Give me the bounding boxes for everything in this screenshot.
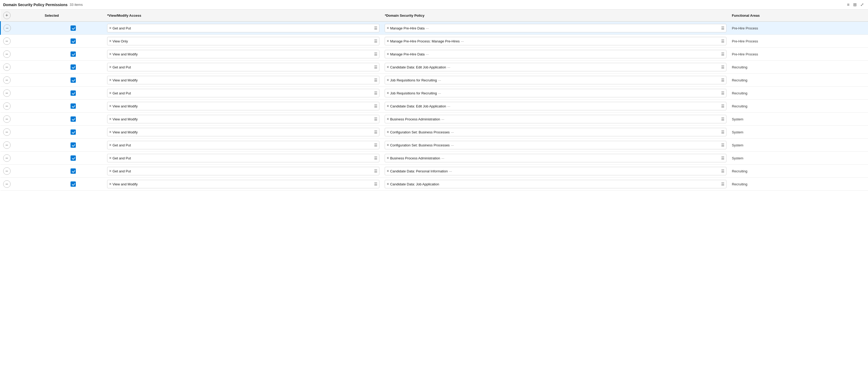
policy-list-icon[interactable]: ☰ (720, 130, 724, 134)
grid-icon-btn[interactable]: ⊞ (852, 2, 858, 8)
policy-field-pill[interactable]: ✕ Job Requisitions for Recruiting ···☰ (385, 76, 726, 84)
checkbox-checked[interactable] (70, 143, 76, 148)
checkbox-checked[interactable] (70, 103, 76, 109)
access-list-icon[interactable]: ☰ (373, 78, 377, 82)
access-field-pill[interactable]: ✕ View and Modify☰ (107, 102, 379, 110)
policy-remove-icon[interactable]: ✕ (386, 130, 389, 134)
checkbox-checked[interactable] (70, 169, 76, 174)
policy-dots-icon[interactable]: ··· (461, 39, 464, 43)
checkbox-checked[interactable] (70, 181, 76, 187)
access-field-pill[interactable]: ✕ View and Modify☰ (107, 76, 379, 84)
policy-dots-icon[interactable]: ··· (451, 130, 454, 134)
access-list-icon[interactable]: ☰ (373, 130, 377, 134)
policy-list-icon[interactable]: ☰ (720, 26, 724, 30)
access-remove-icon[interactable]: ✕ (109, 169, 112, 173)
access-field-pill[interactable]: ✕ View and Modify☰ (107, 115, 379, 123)
remove-row-button[interactable]: − (3, 168, 10, 175)
policy-dots-icon[interactable]: ··· (426, 52, 429, 56)
policy-dots-icon[interactable]: ··· (438, 91, 441, 95)
policy-list-icon[interactable]: ☰ (720, 78, 724, 82)
access-field-pill[interactable]: ✕ Get and Put☰ (107, 141, 379, 149)
policy-list-icon[interactable]: ☰ (720, 91, 724, 95)
access-remove-icon[interactable]: ✕ (109, 65, 112, 69)
policy-list-icon[interactable]: ☰ (720, 104, 724, 108)
access-field-pill[interactable]: ✕ View Only☰ (107, 37, 379, 46)
checkbox-checked[interactable] (70, 64, 76, 70)
expand-icon-btn[interactable]: ⤢ (859, 2, 865, 8)
policy-list-icon[interactable]: ☰ (720, 52, 724, 56)
policy-remove-icon[interactable]: ✕ (386, 117, 389, 121)
checkbox-checked[interactable] (70, 26, 76, 31)
remove-row-button[interactable]: − (3, 37, 10, 45)
policy-remove-icon[interactable]: ✕ (386, 52, 389, 56)
policy-remove-icon[interactable]: ✕ (386, 91, 389, 95)
access-list-icon[interactable]: ☰ (373, 39, 377, 43)
filter-icon-btn[interactable]: ≡ (846, 2, 850, 8)
policy-remove-icon[interactable]: ✕ (386, 169, 389, 173)
add-row-button[interactable]: + (3, 12, 10, 19)
access-list-icon[interactable]: ☰ (373, 91, 377, 95)
access-field-pill[interactable]: ✕ Get and Put☰ (107, 154, 379, 162)
policy-field-pill[interactable]: ✕ Business Process Administration ···☰ (385, 154, 726, 162)
remove-row-button[interactable]: − (3, 51, 10, 58)
policy-remove-icon[interactable]: ✕ (386, 26, 389, 30)
checkbox-checked[interactable] (70, 155, 76, 161)
remove-row-button[interactable]: − (3, 154, 10, 162)
access-remove-icon[interactable]: ✕ (109, 130, 112, 134)
policy-field-pill[interactable]: ✕ Candidate Data: Edit Job Application ·… (385, 63, 726, 71)
access-list-icon[interactable]: ☰ (373, 104, 377, 108)
policy-field-pill[interactable]: ✕ Candidate Data: Edit Job Application ·… (385, 102, 726, 110)
policy-dots-icon[interactable]: ··· (426, 26, 429, 30)
policy-dots-icon[interactable]: ··· (441, 117, 444, 121)
policy-remove-icon[interactable]: ✕ (386, 65, 389, 69)
policy-field-pill[interactable]: ✕ Candidate Data: Personal Information ·… (385, 167, 726, 175)
policy-list-icon[interactable]: ☰ (720, 117, 724, 121)
remove-row-button[interactable]: − (3, 180, 10, 188)
access-field-pill[interactable]: ✕ View and Modify☰ (107, 50, 379, 58)
policy-dots-icon[interactable]: ··· (441, 156, 444, 160)
policy-remove-icon[interactable]: ✕ (386, 104, 389, 108)
access-list-icon[interactable]: ☰ (373, 26, 377, 30)
policy-dots-icon[interactable]: ··· (447, 65, 450, 69)
access-list-icon[interactable]: ☰ (373, 117, 377, 121)
access-remove-icon[interactable]: ✕ (109, 52, 112, 56)
remove-row-button[interactable]: − (3, 128, 10, 136)
policy-remove-icon[interactable]: ✕ (386, 182, 389, 186)
access-remove-icon[interactable]: ✕ (109, 26, 112, 30)
access-list-icon[interactable]: ☰ (373, 156, 377, 160)
remove-row-button[interactable]: − (3, 102, 10, 110)
access-list-icon[interactable]: ☰ (373, 182, 377, 186)
access-field-pill[interactable]: ✕ View and Modify☰ (107, 180, 379, 188)
remove-row-button[interactable]: − (3, 141, 10, 149)
checkbox-checked[interactable] (70, 90, 76, 96)
policy-dots-icon[interactable]: ··· (451, 143, 454, 147)
checkbox-checked[interactable] (70, 38, 76, 44)
access-remove-icon[interactable]: ✕ (109, 78, 112, 82)
policy-list-icon[interactable]: ☰ (720, 156, 724, 160)
remove-row-button[interactable]: − (3, 24, 11, 32)
checkbox-checked[interactable] (70, 52, 76, 57)
access-field-pill[interactable]: ✕ Get and Put☰ (107, 167, 379, 175)
remove-row-button[interactable]: − (3, 89, 10, 97)
access-remove-icon[interactable]: ✕ (109, 156, 112, 160)
checkbox-checked[interactable] (70, 78, 76, 83)
access-list-icon[interactable]: ☰ (373, 65, 377, 69)
access-field-pill[interactable]: ✕ View and Modify☰ (107, 128, 379, 136)
policy-remove-icon[interactable]: ✕ (386, 156, 389, 160)
access-list-icon[interactable]: ☰ (373, 52, 377, 56)
policy-dots-icon[interactable]: ··· (438, 78, 441, 82)
policy-list-icon[interactable]: ☰ (720, 143, 724, 147)
access-field-pill[interactable]: ✕ Get and Put☰ (107, 24, 379, 32)
policy-list-icon[interactable]: ☰ (720, 65, 724, 69)
policy-list-icon[interactable]: ☰ (720, 169, 724, 173)
policy-dots-icon[interactable]: ··· (447, 104, 450, 108)
access-remove-icon[interactable]: ✕ (109, 39, 112, 43)
policy-remove-icon[interactable]: ✕ (386, 78, 389, 82)
checkbox-checked[interactable] (70, 129, 76, 135)
policy-field-pill[interactable]: ✕ Configuration Set: Business Processes … (385, 141, 726, 149)
policy-list-icon[interactable]: ☰ (720, 39, 724, 43)
policy-dots-icon[interactable]: ··· (449, 169, 452, 173)
access-list-icon[interactable]: ☰ (373, 169, 377, 173)
access-field-pill[interactable]: ✕ Get and Put☰ (107, 63, 379, 71)
policy-field-pill[interactable]: ✕ Manage Pre-Hire Data ···☰ (385, 50, 726, 58)
